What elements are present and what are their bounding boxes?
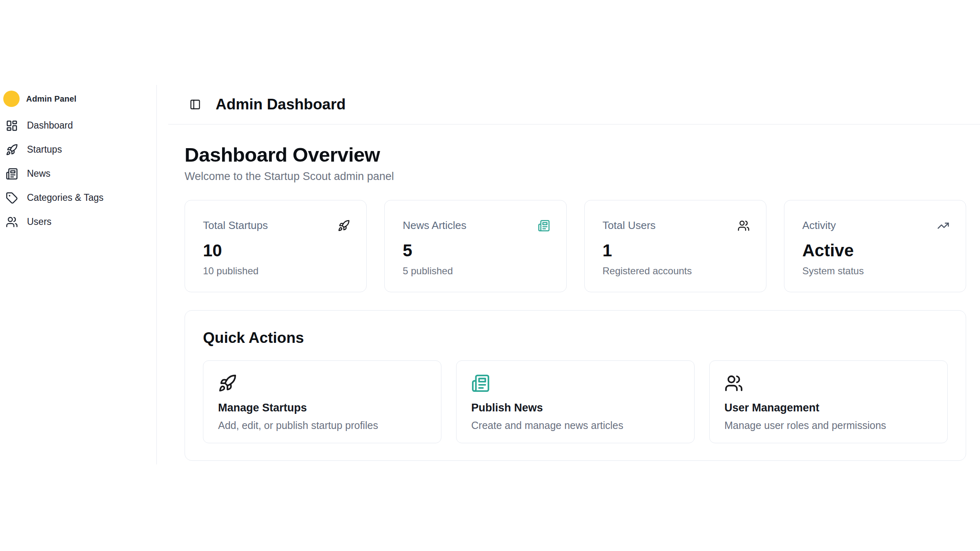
quick-action-user-management[interactable]: User Management Manage user roles and pe… bbox=[709, 360, 948, 443]
stat-sub: 10 published bbox=[203, 265, 350, 277]
quick-action-manage-startups[interactable]: Manage Startups Add, edit, or publish st… bbox=[203, 360, 441, 443]
rocket-icon bbox=[218, 374, 237, 393]
newspaper-icon bbox=[538, 220, 550, 232]
stat-sub: Registered accounts bbox=[603, 265, 750, 277]
stats-row: Total Startups 10 10 published News Arti… bbox=[185, 200, 966, 292]
top-header: Admin Dashboard bbox=[168, 85, 980, 124]
stat-sub: 5 published bbox=[403, 265, 550, 277]
sidebar-item-label: Dashboard bbox=[27, 120, 73, 131]
admin-app: Admin Panel Dashboard Startups News Cate… bbox=[0, 85, 980, 464]
stat-card-total-startups: Total Startups 10 10 published bbox=[185, 200, 367, 292]
panel-left-icon bbox=[189, 99, 201, 110]
rocket-icon bbox=[6, 144, 18, 156]
stat-value: 1 bbox=[603, 241, 750, 260]
sidebar-item-news[interactable]: News bbox=[3, 162, 150, 186]
sidebar-nav: Dashboard Startups News Categories & Tag… bbox=[3, 113, 150, 234]
stat-card-news-articles: News Articles 5 5 published bbox=[384, 200, 566, 292]
sidebar-item-label: Categories & Tags bbox=[27, 192, 104, 203]
quick-action-title: Publish News bbox=[471, 402, 679, 414]
stat-value: Active bbox=[802, 241, 949, 260]
rocket-icon bbox=[338, 220, 350, 232]
page-content: Dashboard Overview Welcome to the Startu… bbox=[168, 124, 980, 461]
tag-icon bbox=[6, 192, 18, 204]
stat-label: News Articles bbox=[403, 219, 466, 232]
sidebar-item-categories-tags[interactable]: Categories & Tags bbox=[3, 186, 150, 210]
quick-action-description: Create and manage news articles bbox=[471, 420, 679, 431]
stat-label: Total Startups bbox=[203, 219, 268, 232]
main-panel: Admin Dashboard Dashboard Overview Welco… bbox=[168, 85, 980, 464]
page-title: Dashboard Overview bbox=[185, 143, 966, 166]
trending-up-icon bbox=[937, 220, 949, 232]
newspaper-icon bbox=[6, 168, 18, 180]
stat-label: Total Users bbox=[603, 219, 656, 232]
quick-action-publish-news[interactable]: Publish News Create and manage news arti… bbox=[456, 360, 695, 443]
header-title: Admin Dashboard bbox=[216, 96, 346, 113]
sidebar-brand: Admin Panel bbox=[3, 89, 150, 110]
sidebar-item-users[interactable]: Users bbox=[3, 210, 150, 234]
stat-card-total-users: Total Users 1 Registered accounts bbox=[584, 200, 766, 292]
sidebar-item-label: Startups bbox=[27, 144, 62, 155]
brand-name: Admin Panel bbox=[26, 94, 76, 104]
quick-action-description: Add, edit, or publish startup profiles bbox=[218, 420, 426, 431]
users-icon bbox=[724, 374, 743, 393]
users-icon bbox=[737, 220, 750, 232]
stat-value: 10 bbox=[203, 241, 350, 260]
sidebar-item-label: Users bbox=[27, 216, 51, 227]
sidebar-toggle-button[interactable] bbox=[189, 99, 201, 110]
sidebar-item-label: News bbox=[27, 168, 51, 179]
stat-card-activity: Activity Active System status bbox=[784, 200, 966, 292]
stat-value: 5 bbox=[403, 241, 550, 260]
quick-actions-title: Quick Actions bbox=[203, 329, 948, 347]
quick-action-title: Manage Startups bbox=[218, 402, 426, 414]
stat-sub: System status bbox=[802, 265, 949, 277]
quick-actions-grid: Manage Startups Add, edit, or publish st… bbox=[203, 360, 948, 443]
brand-logo-circle bbox=[3, 91, 20, 107]
quick-action-description: Manage user roles and permissions bbox=[724, 420, 933, 431]
newspaper-icon bbox=[471, 374, 490, 393]
users-icon bbox=[6, 216, 18, 228]
quick-action-title: User Management bbox=[724, 402, 933, 414]
sidebar: Admin Panel Dashboard Startups News Cate… bbox=[0, 85, 157, 464]
quick-actions-panel: Quick Actions Manage Startups Add, edit,… bbox=[185, 310, 966, 461]
stat-label: Activity bbox=[802, 219, 836, 232]
sidebar-item-dashboard[interactable]: Dashboard bbox=[3, 113, 150, 138]
sidebar-item-startups[interactable]: Startups bbox=[3, 138, 150, 162]
page-subtitle: Welcome to the Startup Scout admin panel bbox=[185, 170, 966, 183]
layout-dashboard-icon bbox=[6, 120, 18, 132]
